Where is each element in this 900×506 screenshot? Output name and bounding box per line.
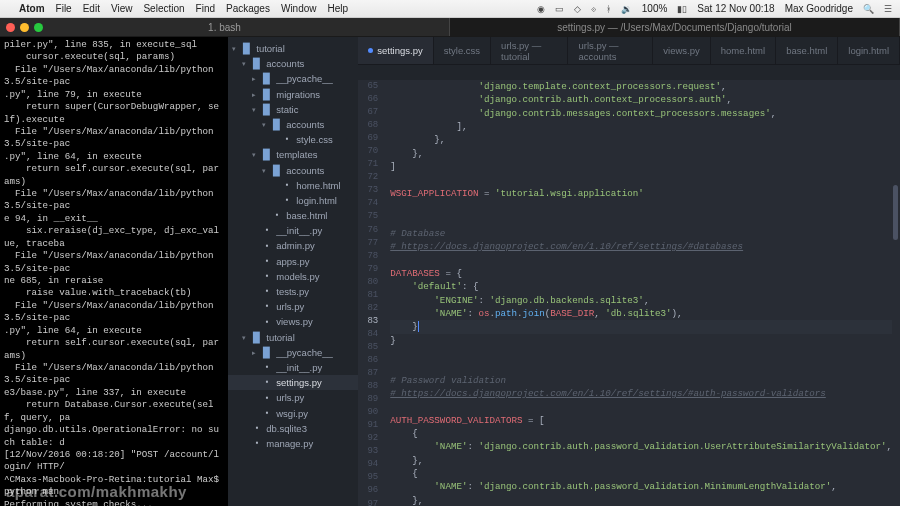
display-icon[interactable]: ▭ [555, 4, 564, 14]
chevron-right-icon[interactable]: ▸ [250, 347, 258, 358]
minimize-window-icon[interactable] [20, 23, 29, 32]
line-number: 67 [358, 106, 378, 119]
chevron-right-icon[interactable]: ▸ [250, 73, 258, 84]
tree-file[interactable]: ▪manage.py [228, 436, 358, 451]
window-tab-terminal[interactable]: 1. bash [0, 18, 450, 36]
close-window-icon[interactable] [6, 23, 15, 32]
window-tab-atom[interactable]: settings.py — /Users/Max/Documents/Djang… [450, 18, 900, 36]
tree-file[interactable]: ▪urls.py [228, 390, 358, 405]
tree-file[interactable]: ▪apps.py [228, 254, 358, 269]
line-number: 86 [358, 354, 378, 367]
tree-folder[interactable]: ▸▉__pycache__ [228, 345, 358, 360]
editor-tab[interactable]: login.html [838, 37, 900, 64]
chevron-down-icon[interactable]: ▾ [260, 165, 268, 176]
tree-file[interactable]: ▪urls.py [228, 299, 358, 314]
spotlight-icon[interactable]: 🔍 [863, 4, 874, 14]
editor-tab[interactable]: home.html [711, 37, 776, 64]
terminal-line: File "/Users/Max/anaconda/lib/python3.5/… [4, 64, 224, 89]
tree-folder[interactable]: ▾▉tutorial [228, 41, 358, 56]
line-number: 96 [358, 484, 378, 497]
editor-tab[interactable]: views.py [653, 37, 710, 64]
folder-icon: ▉ [262, 147, 272, 162]
terminal-line: File "/Users/Max/anaconda/lib/python3.5/… [4, 188, 224, 213]
menu-packages[interactable]: Packages [226, 3, 270, 14]
tree-file[interactable]: ▪views.py [228, 314, 358, 329]
terminal-line: cursor.execute(sql, params) [4, 51, 224, 63]
bluetooth-icon[interactable]: ᚼ [606, 4, 611, 14]
code-editor[interactable]: 6566676869707172737475767778798081828384… [358, 80, 900, 506]
terminal-line: File "/Users/Max/anaconda/lib/python3.5/… [4, 300, 224, 325]
dropbox-icon[interactable]: ◇ [574, 4, 581, 14]
chevron-down-icon[interactable]: ▾ [230, 43, 238, 54]
tree-file[interactable]: ▪admin.py [228, 238, 358, 253]
chevron-down-icon[interactable]: ▾ [240, 332, 248, 343]
tree-file[interactable]: ▪__init__.py [228, 360, 358, 375]
terminal[interactable]: piler.py", line 835, in execute_sql curs… [0, 37, 228, 506]
screencast-icon[interactable]: ◉ [537, 4, 545, 14]
code-line: 'NAME': 'django.contrib.auth.password_va… [390, 480, 892, 493]
menu-find[interactable]: Find [196, 3, 215, 14]
terminal-line: return self.cursor.execute(sql, params) [4, 337, 224, 362]
tree-file[interactable]: ▪db.sqlite3 [228, 421, 358, 436]
app-menu[interactable]: Atom [19, 3, 45, 14]
tree-folder[interactable]: ▾▉accounts [228, 117, 358, 132]
chevron-down-icon[interactable]: ▾ [260, 119, 268, 130]
code-line: }, [390, 454, 892, 467]
line-number: 76 [358, 224, 378, 237]
folder-icon: ▉ [262, 102, 272, 117]
tree-folder[interactable]: ▾▉static [228, 102, 358, 117]
tree-file[interactable]: ▪style.css [228, 132, 358, 147]
menu-edit[interactable]: Edit [83, 3, 100, 14]
code-body[interactable]: 'django.template.context_processors.requ… [386, 80, 892, 506]
notifications-icon[interactable]: ☰ [884, 4, 892, 14]
chevron-down-icon[interactable]: ▾ [240, 58, 248, 69]
editor-tab[interactable]: urls.py — accounts [568, 37, 653, 64]
tree-file[interactable]: ▪settings.py [228, 375, 358, 390]
clock[interactable]: Sat 12 Nov 00:18 [697, 3, 774, 14]
file-icon: ▪ [262, 316, 272, 329]
chevron-down-icon[interactable]: ▾ [250, 149, 258, 160]
tree-file[interactable]: ▪models.py [228, 269, 358, 284]
tree-file[interactable]: ▪base.html [228, 208, 358, 223]
chevron-right-icon[interactable]: ▸ [250, 89, 258, 100]
tree-file[interactable]: ▪wsgi.py [228, 406, 358, 421]
menu-file[interactable]: File [56, 3, 72, 14]
code-line: # Database [390, 227, 892, 240]
tree-folder[interactable]: ▸▉__pycache__ [228, 71, 358, 86]
editor-tab-label: home.html [721, 45, 765, 56]
tree-folder[interactable]: ▸▉migrations [228, 87, 358, 102]
text-cursor [418, 321, 419, 332]
user-name[interactable]: Max Goodridge [785, 3, 853, 14]
maximize-window-icon[interactable] [34, 23, 43, 32]
speaker-icon[interactable]: 🔉 [621, 4, 632, 14]
menu-selection[interactable]: Selection [143, 3, 184, 14]
tree-file[interactable]: ▪login.html [228, 193, 358, 208]
tree-folder[interactable]: ▾▉accounts [228, 163, 358, 178]
menu-window[interactable]: Window [281, 3, 317, 14]
menu-help[interactable]: Help [328, 3, 349, 14]
tree-folder[interactable]: ▾▉accounts [228, 56, 358, 71]
tree-folder[interactable]: ▾▉templates [228, 147, 358, 162]
wifi-icon[interactable]: ⟐ [591, 4, 596, 14]
tree-folder[interactable]: ▾▉tutorial [228, 330, 358, 345]
scroll-thumb[interactable] [893, 185, 898, 240]
tree-item-label: accounts [286, 117, 324, 132]
editor-tab[interactable]: style.css [434, 37, 491, 64]
tree-file[interactable]: ▪__init__.py [228, 223, 358, 238]
folder-icon: ▉ [272, 163, 282, 178]
terminal-line: django.db.utils.OperationalError: no suc… [4, 424, 224, 449]
menu-view[interactable]: View [111, 3, 133, 14]
scrollbar[interactable] [892, 80, 900, 506]
atom-editor: ▾▉tutorial▾▉accounts▸▉__pycache__▸▉migra… [228, 37, 900, 506]
terminal-line: return Database.Cursor.execute(self, que… [4, 399, 224, 424]
tree-file[interactable]: ▪home.html [228, 178, 358, 193]
tree-file[interactable]: ▪tests.py [228, 284, 358, 299]
code-line: }, [390, 494, 892, 506]
chevron-down-icon[interactable]: ▾ [250, 104, 258, 115]
editor-tab[interactable]: settings.py [358, 37, 433, 64]
window-tab-label: settings.py — /Users/Max/Documents/Djang… [557, 22, 792, 33]
file-tree[interactable]: ▾▉tutorial▾▉accounts▸▉__pycache__▸▉migra… [228, 37, 358, 506]
editor-tab[interactable]: urls.py — tutorial [491, 37, 568, 64]
editor-tab[interactable]: base.html [776, 37, 838, 64]
battery-icon[interactable]: ▮▯ [677, 4, 687, 14]
